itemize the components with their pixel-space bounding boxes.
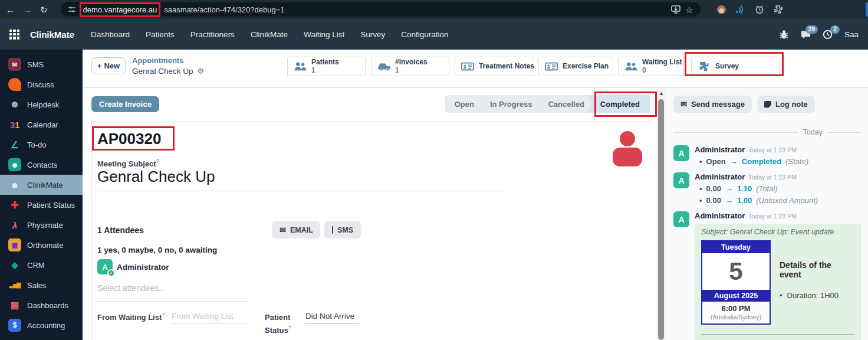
app-brand[interactable]: ClinikMate: [30, 30, 74, 40]
sidebar-item-todo[interactable]: ∠ To-do: [0, 135, 83, 155]
arrow-right-icon: →: [725, 196, 733, 205]
stat-button-exercise-plan[interactable]: Exercise Plan: [538, 57, 613, 76]
menu-clinikmate[interactable]: ClinikMate: [251, 30, 288, 39]
alarm-clock-icon[interactable]: [755, 5, 764, 14]
stat-label: Treatment Notes: [479, 63, 534, 71]
person-avatar-placeholder-icon: [611, 131, 644, 166]
scroll-up-icon[interactable]: ▲: [659, 90, 664, 96]
stat-button-patients[interactable]: Patients1: [287, 57, 366, 76]
menu-practitioners[interactable]: Practitioners: [190, 30, 235, 39]
event-subject: Subject: Genral Check Up: Event update: [701, 228, 854, 236]
sidebar-item-calendar[interactable]: 31 Calendar: [0, 115, 83, 135]
tracked-change: • Open → Completed (State): [695, 157, 861, 166]
sidebar-item-physimate[interactable]: λ Physimate: [0, 215, 83, 235]
sidebar-item-dashboards[interactable]: ▦ Dashboards: [0, 295, 83, 315]
sms-button[interactable]: SMS: [324, 221, 361, 238]
forward-icon[interactable]: →: [23, 5, 32, 14]
menu-dashboard[interactable]: Dashboard: [91, 30, 130, 39]
status-open[interactable]: Open: [445, 95, 483, 113]
install-icon[interactable]: [671, 5, 680, 14]
attendee-chip[interactable]: A ✓ Administrator: [97, 259, 169, 274]
help-question-icon[interactable]: ?: [162, 312, 165, 318]
browser-toolbar: ← → ↻ demo.vantagecore.au saasmate/actio…: [0, 0, 868, 19]
messages-badge: 29: [805, 25, 818, 34]
select-attendees-input[interactable]: Select attendees...: [97, 283, 249, 302]
entry-author[interactable]: Administrator: [695, 211, 745, 220]
send-message-button[interactable]: ✉ Send message: [673, 96, 752, 113]
user-menu[interactable]: Saa: [844, 30, 859, 39]
physimate-app-icon: λ: [8, 218, 21, 231]
site-settings-icon[interactable]: [68, 5, 76, 14]
create-invoice-button[interactable]: Create Invoice: [91, 96, 159, 112]
sidebar-item-accounting[interactable]: $ Accounting: [0, 315, 83, 335]
extensions-puzzle-icon[interactable]: [774, 5, 783, 14]
stat-button-invoices[interactable]: #Invoices1: [371, 57, 449, 76]
meeting-subject-input[interactable]: Genral Check Up: [97, 168, 507, 191]
address-bar[interactable]: demo.vantagecore.au saasmate/action-474/…: [61, 2, 701, 17]
arrow-right-icon: →: [725, 184, 733, 193]
sidebar-item-orthomate[interactable]: ▦ Orthomate: [0, 235, 83, 255]
sidebar-item-crm[interactable]: ◆ CRM: [0, 255, 83, 275]
sidebar-label: Calendar: [27, 120, 58, 129]
tampermonkey-icon[interactable]: [717, 5, 726, 14]
sidebar-item-sms[interactable]: ✉ SMS: [0, 54, 83, 74]
apps-grid-icon[interactable]: [9, 30, 19, 40]
menu-configuration[interactable]: Configuration: [401, 30, 448, 39]
rsvp-summary: 1 yes, 0 maybe, 0 no, 0 awaiting: [97, 246, 217, 254]
scrollbar-thumb[interactable]: [658, 99, 664, 340]
entry-time: Today at 1:23 PM: [748, 146, 797, 153]
sidebar-item-clinikmate[interactable]: ☻ ClinikMate: [0, 175, 83, 195]
log-entry: A Administrator Today at 1:23 PM Subject…: [673, 211, 861, 340]
sidebar-item-patient-status[interactable]: ✚ Patient Status: [0, 195, 83, 215]
new-button[interactable]: + New: [91, 57, 126, 74]
signal-icon[interactable]: [735, 5, 745, 14]
patient-status-select[interactable]: Did Not Arrive: [305, 312, 359, 324]
reload-icon[interactable]: ↻: [40, 5, 48, 14]
avatar: A: [673, 211, 689, 227]
sidebar-label: Accounting: [27, 321, 65, 330]
menu-patients[interactable]: Patients: [146, 30, 175, 39]
from-waiting-list-input[interactable]: From Waiting List: [172, 312, 249, 324]
form-view: Create Invoice Open In Progress Cancelle…: [83, 88, 652, 340]
menu-survey[interactable]: Survey: [360, 30, 385, 39]
helpdesk-app-icon: ☻: [8, 98, 21, 111]
messages-icon[interactable]: 29: [801, 30, 811, 40]
help-question-icon[interactable]: ?: [156, 158, 159, 164]
sidebar-label: Contacts: [27, 161, 57, 169]
gear-icon[interactable]: ⚙: [198, 67, 205, 76]
status-completed[interactable]: Completed: [586, 95, 650, 113]
log-note-button[interactable]: Log note: [757, 96, 815, 113]
vertical-scrollbar[interactable]: ▲: [656, 88, 666, 340]
sidebar-label: Dashboards: [27, 301, 68, 310]
email-button[interactable]: ✉ EMAIL: [272, 221, 320, 238]
calendar-time: 6:00 PM: [702, 302, 770, 313]
stat-button-treatment-notes[interactable]: Treatment Notes: [455, 57, 534, 76]
stat-label: Patients: [311, 58, 339, 67]
record-id: AP00320: [97, 130, 161, 148]
calendar-app-icon: 31: [8, 118, 21, 131]
bookmark-star-icon[interactable]: ☆: [685, 5, 693, 14]
sms-app-icon: ✉: [8, 58, 21, 71]
debug-bug-icon[interactable]: [779, 30, 789, 40]
breadcrumb-record-name: Genral Check Up: [132, 67, 193, 76]
stat-count: 1: [395, 67, 428, 75]
entry-author[interactable]: Administrator: [695, 172, 745, 181]
stat-button-survey[interactable]: Survey: [691, 57, 780, 76]
discuss-app-icon: [8, 78, 21, 91]
sidebar-item-contacts[interactable]: ☻ Contacts: [0, 155, 83, 175]
activities-clock-icon[interactable]: 2: [823, 30, 833, 40]
status-in-progress[interactable]: In Progress: [476, 95, 541, 113]
menu-waiting-list[interactable]: Waiting List: [304, 30, 344, 39]
sidebar-item-discuss[interactable]: Discuss: [0, 74, 83, 94]
sidebar-item-sales[interactable]: ▂▅▇ Sales: [0, 275, 83, 295]
sidebar-item-helpdesk[interactable]: ☻ Helpdesk: [0, 94, 83, 115]
stat-label: Waiting List: [642, 58, 682, 67]
breadcrumb-appointments[interactable]: Appointments: [132, 56, 204, 65]
event-update-card: Subject: Genral Check Up: Event update T…: [695, 224, 861, 340]
back-icon[interactable]: ←: [6, 5, 15, 14]
entry-author[interactable]: Administrator: [695, 145, 745, 154]
help-question-icon[interactable]: ?: [288, 324, 291, 330]
event-details-title: Details of the event: [780, 260, 854, 279]
status-cancelled[interactable]: Cancelled: [534, 95, 593, 113]
stat-button-waiting-list[interactable]: Waiting List0: [618, 57, 684, 76]
